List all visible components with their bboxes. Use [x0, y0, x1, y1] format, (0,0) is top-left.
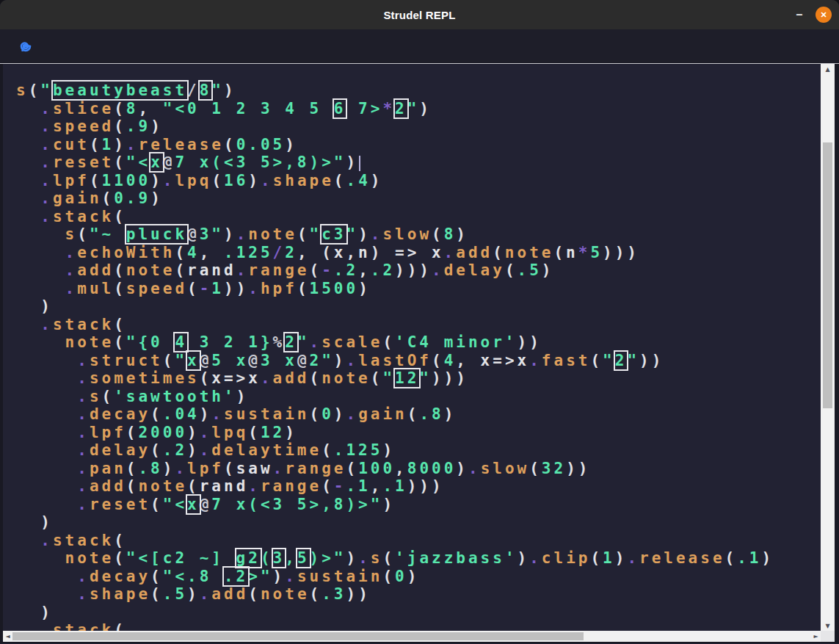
code-token: ): [187, 441, 200, 459]
code-token: "~: [90, 225, 126, 243]
code-token: .4: [346, 172, 371, 189]
code-token: sustain: [224, 405, 310, 423]
highlighted-token: 5: [297, 549, 310, 567]
titlebar[interactable]: Strudel REPL – ✕: [0, 0, 839, 29]
code-token: ): [542, 261, 554, 279]
code-token: note: [65, 333, 115, 351]
code-token: ,: [138, 100, 162, 117]
code-editor[interactable]: s("beautybeast/8") .slice(8, "<0 1 2 3 4…: [3, 64, 821, 631]
code-token: speed: [126, 280, 187, 297]
vertical-scrollbar[interactable]: ▲ ▼: [821, 64, 835, 631]
code-token: [16, 261, 65, 279]
code-token: s: [90, 388, 102, 405]
code-token: ))): [407, 477, 444, 495]
code-token: (: [150, 441, 163, 459]
code-token: 3 2 1}: [187, 333, 273, 351]
code-token: delaytime: [211, 441, 322, 459]
code-token: .: [261, 172, 273, 189]
code-token: .: [211, 405, 224, 423]
code-token: (: [432, 225, 444, 243]
code-token: 16: [224, 172, 248, 189]
code-token: (: [114, 117, 126, 135]
code-token: .: [65, 280, 78, 297]
code-token: .9: [126, 117, 150, 135]
vertical-scrollbar-thumb[interactable]: [823, 142, 832, 408]
code-token: lastOf: [358, 352, 432, 369]
code-token: .: [40, 208, 53, 225]
code-token: %: [273, 333, 286, 351]
code-token: (: [150, 568, 163, 585]
code-token: range: [285, 460, 346, 477]
code-token: ): [150, 189, 163, 207]
editor-region: s("beautybeast/8") .slice(8, "<0 1 2 3 4…: [0, 64, 839, 643]
code-token: .: [40, 189, 53, 207]
code-token: ): [187, 424, 200, 441]
code-token: struct: [90, 352, 163, 369]
code-token: slow: [481, 460, 530, 477]
code-line: .add(note(rand.range(-.1,.1))): [16, 477, 821, 496]
code-token: (: [310, 261, 322, 279]
code-token: lpq: [211, 424, 248, 441]
highlighted-token: x: [150, 153, 163, 171]
code-token: ): [334, 352, 346, 369]
code-line: .gain(0.9): [16, 189, 821, 208]
code-line: .lpf(1100).lpq(16).shape(.4): [16, 172, 821, 190]
code-token: (: [322, 441, 334, 459]
code-token: .: [40, 316, 53, 333]
code-token: (: [432, 352, 444, 369]
code-token: add: [77, 261, 114, 279]
code-token: ): [40, 513, 53, 531]
close-button[interactable]: ✕: [816, 7, 832, 23]
code-token: [16, 297, 40, 315]
code-token: scale: [322, 333, 382, 351]
code-token: .: [236, 225, 249, 243]
highlighted-token: beautybeast: [53, 82, 187, 99]
horizontal-scrollbar[interactable]: ◄ ►: [3, 631, 821, 642]
strudel-logo-icon[interactable]: [15, 36, 35, 57]
code-token: [16, 225, 65, 243]
code-token: .: [77, 369, 90, 387]
code-token: add: [273, 369, 310, 387]
scroll-up-arrow-icon[interactable]: ▲: [821, 64, 835, 74]
code-token: )): [566, 460, 590, 477]
code-token: ": [334, 153, 346, 171]
code-token: (: [297, 280, 310, 297]
highlighted-token: g2: [236, 549, 261, 567]
code-token: -: [200, 280, 212, 297]
code-line: .slice(8, "<0 1 2 3 4 5 6 7>*2"): [16, 100, 821, 118]
horizontal-scrollbar-thumb[interactable]: [12, 632, 584, 640]
code-line: s("~ pluck@3").note("c3").slow(8): [16, 225, 821, 244]
code-token: ": [297, 333, 310, 351]
scroll-down-arrow-icon[interactable]: ▼: [821, 621, 835, 631]
code-token: 8: [444, 225, 457, 243]
code-token: stack: [53, 208, 114, 225]
code-token: ))): [432, 369, 468, 387]
code-token: ): [114, 136, 126, 153]
code-token: ): [236, 388, 249, 405]
code-token: 1: [102, 136, 115, 153]
code-token: 0: [395, 568, 407, 585]
code-token: (: [248, 424, 261, 441]
scroll-left-arrow-icon[interactable]: ◄: [3, 631, 12, 642]
code-token: (: [126, 477, 139, 495]
code-token: fast: [542, 352, 591, 369]
code-token: 'C4 minor': [395, 333, 517, 351]
code-token: )): [639, 352, 664, 369]
code-token: 12: [261, 424, 285, 441]
code-token: "{0: [126, 333, 175, 351]
code-token: rand: [187, 261, 236, 279]
code-token: ,: [395, 460, 407, 477]
code-token: (: [163, 352, 175, 369]
code-token: .: [40, 153, 53, 171]
code-token: stack: [53, 316, 114, 333]
code-token: ): [407, 568, 420, 585]
code-token: .2: [371, 261, 395, 279]
highlighted-token: 4: [175, 333, 187, 351]
minimize-button[interactable]: –: [794, 11, 805, 18]
code-token: 8: [126, 100, 139, 117]
code-token: cut: [53, 136, 90, 153]
code-token: .: [248, 280, 261, 297]
scroll-right-arrow-icon[interactable]: ►: [811, 631, 821, 642]
code-token: @: [248, 352, 261, 369]
code-token: .: [77, 585, 90, 603]
